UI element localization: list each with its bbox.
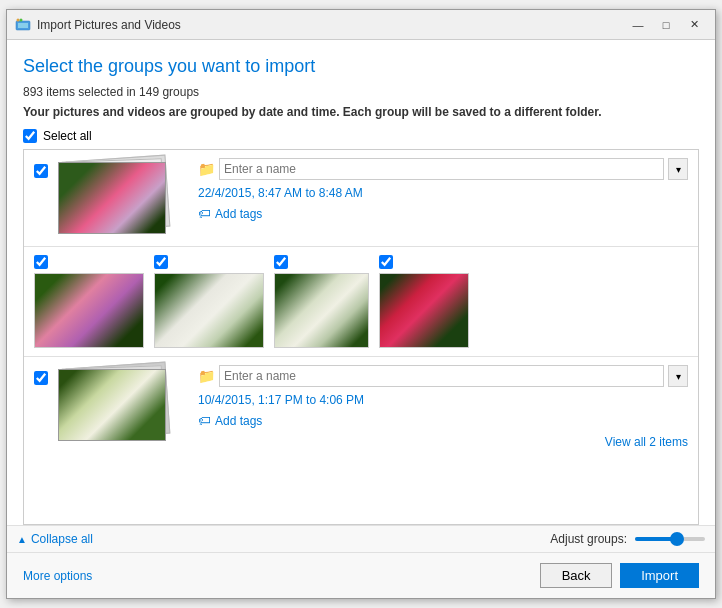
photo4-checkbox[interactable] [379,255,393,269]
group3-thumbnail [58,365,188,455]
photo-item-1 [34,255,144,348]
adjust-groups-label: Adjust groups: [550,532,627,546]
photo-flower-pink [59,163,165,233]
footer-bar: ▲ Collapse all Adjust groups: [7,525,715,552]
select-all-checkbox[interactable] [23,129,37,143]
photo3-checkbox[interactable] [274,255,288,269]
window-icon [15,17,31,33]
folder-icon: 📁 [198,161,215,177]
minimize-button[interactable]: — [625,15,651,35]
tag-icon: 🏷 [198,206,211,221]
select-all-label[interactable]: Select all [43,129,92,143]
page-title: Select the groups you want to import [23,56,699,77]
group-item: 📁 ▾ 22/4/2015, 8:47 AM to 8:48 AM 🏷 Add … [24,150,698,247]
photo3-image [275,274,368,347]
group3-front [58,369,166,441]
expanded-group [24,247,698,357]
group1-add-tags[interactable]: 🏷 Add tags [198,206,688,221]
group1-name-input[interactable] [219,158,664,180]
svg-rect-1 [18,23,28,28]
photo-thumb-3 [274,273,369,348]
svg-point-2 [17,18,20,21]
import-window: Import Pictures and Videos — □ ✕ Select … [6,9,716,599]
photo2-image [155,274,263,347]
slider-thumb[interactable] [670,532,684,546]
adjust-groups-slider-track [635,537,705,541]
titlebar: Import Pictures and Videos — □ ✕ [7,10,715,40]
group3-name-row: 📁 ▾ [198,365,688,387]
chevron-up-icon: ▲ [17,534,27,545]
select-all-row: Select all [23,129,699,143]
group3-checkbox[interactable] [34,371,48,385]
bottom-bar: More options Back Import [7,552,715,598]
folder-icon-3: 📁 [198,368,215,384]
photo-front [58,162,166,234]
photo-item-3 [274,255,369,348]
group3-name-input[interactable] [219,365,664,387]
group3-item: 📁 ▾ 10/4/2015, 1:17 PM to 4:06 PM 🏷 Add … [24,357,698,463]
group3-add-tags[interactable]: 🏷 Add tags [198,413,688,428]
items-count: 893 items selected in 149 groups [23,85,699,99]
maximize-button[interactable]: □ [653,15,679,35]
more-options-button[interactable]: More options [23,569,92,583]
collapse-all-button[interactable]: ▲ Collapse all [17,532,93,546]
group3-image [59,370,165,440]
group3-date-range: 10/4/2015, 1:17 PM to 4:06 PM [198,393,688,407]
window-title: Import Pictures and Videos [37,18,625,32]
photo-item-2 [154,255,264,348]
tag-icon-3: 🏷 [198,413,211,428]
group3-info: 📁 ▾ 10/4/2015, 1:17 PM to 4:06 PM 🏷 Add … [198,365,688,449]
photo-item-4 [379,255,469,348]
close-button[interactable]: ✕ [681,15,707,35]
photo1-image [35,274,143,347]
photo4-image [380,274,468,347]
group1-dropdown-btn[interactable]: ▾ [668,158,688,180]
group1-thumbnail [58,158,188,238]
group1-name-row: 📁 ▾ [198,158,688,180]
photo-thumb-1 [34,273,144,348]
photo-thumb-4 [379,273,469,348]
group1-date-range: 22/4/2015, 8:47 AM to 8:48 AM [198,186,688,200]
photo-thumb-2 [154,273,264,348]
groups-container[interactable]: 📁 ▾ 22/4/2015, 8:47 AM to 8:48 AM 🏷 Add … [23,149,699,525]
bottom-right-buttons: Back Import [540,563,699,588]
group1-checkbox[interactable] [34,164,48,178]
window-controls: — □ ✕ [625,15,707,35]
svg-point-3 [20,18,23,21]
main-content: Select the groups you want to import 893… [7,40,715,525]
group1-info: 📁 ▾ 22/4/2015, 8:47 AM to 8:48 AM 🏷 Add … [198,158,688,221]
back-button[interactable]: Back [540,563,612,588]
view-all-link[interactable]: View all 2 items [605,435,688,449]
import-button[interactable]: Import [620,563,699,588]
photo2-checkbox[interactable] [154,255,168,269]
expanded-photos-row [34,255,688,348]
description: Your pictures and videos are grouped by … [23,105,699,119]
group3-dropdown-btn[interactable]: ▾ [668,365,688,387]
photo1-checkbox[interactable] [34,255,48,269]
